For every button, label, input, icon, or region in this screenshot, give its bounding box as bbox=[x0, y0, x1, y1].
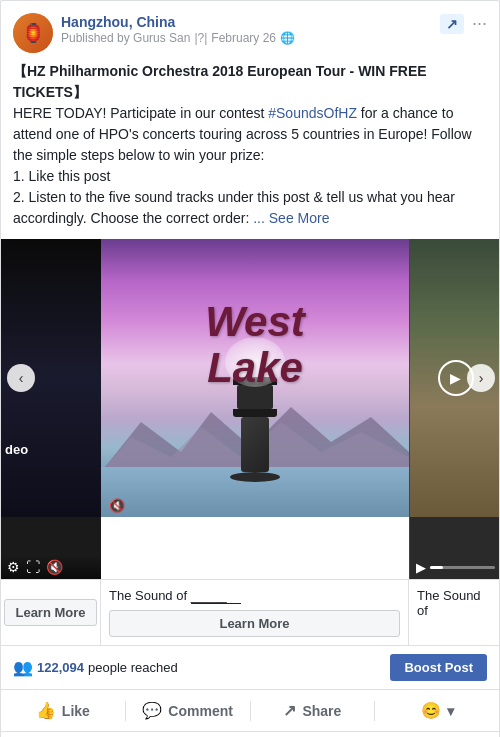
lantern-foot bbox=[230, 472, 280, 482]
avatar-logo: 🏮 bbox=[22, 22, 44, 44]
carousel-next-button[interactable]: › bbox=[467, 364, 495, 392]
people-icon: 👥 bbox=[13, 658, 33, 677]
carousel-item-left: deo ‹ ⚙ ⛶ 🔇 bbox=[1, 239, 101, 579]
boost-post-button[interactable]: Boost Post bbox=[390, 654, 487, 681]
post-date: February 26 bbox=[211, 31, 276, 45]
left-video-controls: ⚙ ⛶ 🔇 bbox=[1, 555, 101, 579]
share-arrow-icon[interactable]: ↗ bbox=[440, 14, 464, 34]
comment-icon: 💬 bbox=[142, 701, 162, 720]
right-video-bg: ▶ › bbox=[410, 239, 499, 517]
header-actions: ↗ ··· bbox=[440, 13, 487, 34]
step2-text: 2. Listen to the five sound tracks under… bbox=[13, 189, 455, 226]
carousel-bottom-left: Learn More bbox=[1, 580, 101, 645]
facebook-post-card: 🏮 Hangzhou, China Published by Gurus San… bbox=[0, 0, 500, 737]
learn-more-button-center[interactable]: Learn More bbox=[109, 610, 400, 637]
post-header: 🏮 Hangzhou, China Published by Gurus San… bbox=[1, 1, 499, 61]
lantern-column bbox=[241, 417, 269, 472]
sound-of-text: The Sound of bbox=[109, 588, 187, 603]
post-title: 【HZ Philharmonic Orchestra 2018 European… bbox=[13, 61, 487, 103]
page-name[interactable]: Hangzhou, China bbox=[61, 13, 295, 31]
progress-fill bbox=[430, 566, 443, 569]
lantern-base-plate bbox=[233, 409, 277, 417]
carousel-prev-button[interactable]: ‹ bbox=[7, 364, 35, 392]
volume-icon-right[interactable]: ▶ bbox=[416, 560, 426, 575]
see-more-button[interactable]: ... See More bbox=[253, 210, 329, 226]
post-header-left: 🏮 Hangzhou, China Published by Gurus San… bbox=[13, 13, 295, 53]
carousel-item-right: ▶ › ▶ bbox=[409, 239, 499, 579]
share-icon: ↗ bbox=[283, 701, 296, 720]
carousel-bottom-right: The Sound of bbox=[409, 580, 499, 645]
carousel-bottom-center: The Sound of _____ Learn More bbox=[101, 580, 409, 645]
action-bar: 👍 Like 💬 Comment ↗ Share 😊 ▾ bbox=[1, 689, 499, 732]
carousel-bottom-cards: Learn More The Sound of _____ Learn More… bbox=[1, 579, 499, 645]
share-label: Share bbox=[302, 703, 341, 719]
sound-of-label-right: The Sound of bbox=[417, 588, 491, 618]
left-video-bg: deo ‹ bbox=[1, 239, 101, 517]
sound-of-label-center: The Sound of _____ bbox=[109, 588, 400, 604]
reactions-bar: 👍 ❤️ 😮 Cakar Lumut, Handri We Lah and 16… bbox=[1, 732, 499, 737]
reaction-arrow: ▾ bbox=[447, 703, 454, 719]
page-avatar[interactable]: 🏮 bbox=[13, 13, 53, 53]
like-icon: 👍 bbox=[36, 701, 56, 720]
reached-count: 122,094 bbox=[37, 660, 84, 675]
emoji-reaction-button[interactable]: 😊 ▾ bbox=[375, 694, 499, 727]
mute-icon-left[interactable]: 🔇 bbox=[46, 559, 63, 575]
globe-icon: 🌐 bbox=[280, 31, 295, 45]
reached-label: people reached bbox=[88, 660, 178, 675]
body-line1: HERE TODAY! Participate in our contest bbox=[13, 105, 264, 121]
right-video-controls: ▶ bbox=[410, 556, 499, 579]
lake-text: Lake bbox=[155, 345, 355, 391]
sound-of-blank: _____ bbox=[191, 588, 241, 604]
west-text: West bbox=[155, 299, 355, 345]
carousel: deo ‹ ⚙ ⛶ 🔇 bbox=[1, 239, 499, 579]
verified-icon: |?| bbox=[194, 31, 207, 45]
post-text: 【HZ Philharmonic Orchestra 2018 European… bbox=[1, 61, 499, 239]
post-body: HERE TODAY! Participate in our contest #… bbox=[13, 103, 487, 166]
stats-bar: 👥 122,094 people reached Boost Post bbox=[1, 645, 499, 689]
post-subline: Published by Gurus San |?| February 26 🌐 bbox=[61, 31, 295, 45]
volume-icon-center[interactable]: 🔇 bbox=[109, 498, 125, 513]
post-meta: Hangzhou, China Published by Gurus San |… bbox=[61, 13, 295, 45]
share-button[interactable]: ↗ Share bbox=[251, 694, 375, 727]
progress-bar bbox=[430, 566, 495, 569]
lantern-pillar bbox=[230, 377, 280, 482]
more-options-icon[interactable]: ··· bbox=[472, 13, 487, 34]
published-by: Published by Gurus San bbox=[61, 31, 190, 45]
fullscreen-icon[interactable]: ⛶ bbox=[26, 559, 40, 575]
learn-more-button-left[interactable]: Learn More bbox=[4, 599, 96, 626]
center-video-controls: 🔇 bbox=[101, 494, 409, 517]
avatar-inner: 🏮 bbox=[13, 13, 53, 53]
west-lake-text: West Lake bbox=[155, 299, 355, 391]
sound-of-text-right: The Sound of bbox=[417, 588, 481, 618]
reached-text: 👥 122,094 people reached bbox=[13, 658, 178, 677]
hashtag[interactable]: #SoundsOfHZ bbox=[268, 105, 357, 121]
comment-button[interactable]: 💬 Comment bbox=[126, 694, 250, 727]
step1: 1. Like this post bbox=[13, 166, 487, 187]
like-label: Like bbox=[62, 703, 90, 719]
reaction-options-icon: 😊 bbox=[421, 701, 441, 720]
center-video-bg: West Lake 🔇 bbox=[101, 239, 409, 517]
like-button[interactable]: 👍 Like bbox=[1, 694, 125, 727]
settings-icon[interactable]: ⚙ bbox=[7, 559, 20, 575]
carousel-item-center: West Lake 🔇 bbox=[101, 239, 409, 579]
comment-label: Comment bbox=[168, 703, 233, 719]
step2: 2. Listen to the five sound tracks under… bbox=[13, 187, 487, 229]
left-video-partial-text: deo bbox=[5, 442, 28, 457]
